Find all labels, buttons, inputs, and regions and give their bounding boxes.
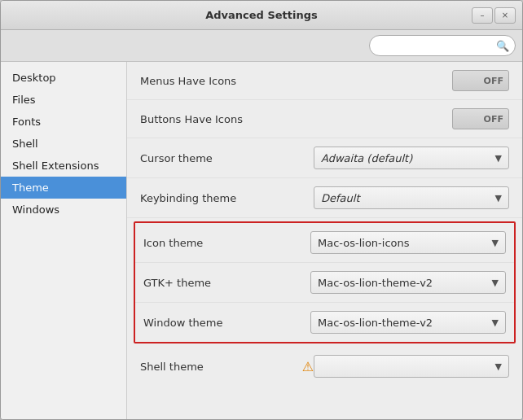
titlebar: Advanced Settings – × <box>1 1 522 30</box>
gtk-theme-row: GTK+ theme Mac-os-lion-theme-v2 ▼ <box>135 263 514 303</box>
search-wrap: 🔍 <box>369 35 516 56</box>
sidebar-item-theme[interactable]: Theme <box>1 177 126 199</box>
buttons-icons-row: Buttons Have Icons OFF <box>127 100 522 138</box>
search-input[interactable] <box>369 35 516 56</box>
keybinding-theme-label: Keybinding theme <box>140 192 314 204</box>
cursor-theme-arrow-icon: ▼ <box>495 153 502 164</box>
minimize-button[interactable]: – <box>472 7 493 24</box>
cursor-theme-label: Cursor theme <box>140 152 314 164</box>
sidebar-item-files[interactable]: Files <box>1 89 126 111</box>
icon-theme-label: Icon theme <box>143 237 310 249</box>
sidebar-item-shell-extensions[interactable]: Shell Extensions <box>1 155 126 177</box>
window-theme-value: Mac-os-lion-theme-v2 <box>318 317 489 329</box>
menus-icons-row: Menus Have Icons OFF <box>127 62 522 100</box>
sidebar: Desktop Files Fonts Shell Shell Extensio… <box>1 62 127 419</box>
buttons-icons-toggle-btn[interactable]: OFF <box>452 108 509 129</box>
cursor-theme-value: Adwaita (default) <box>321 152 492 164</box>
search-icon: 🔍 <box>496 40 509 52</box>
menus-icons-label: Menus Have Icons <box>140 75 452 87</box>
window-theme-arrow-icon: ▼ <box>492 317 499 328</box>
sidebar-item-desktop[interactable]: Desktop <box>1 67 126 89</box>
window-title: Advanced Settings <box>205 9 318 21</box>
keybinding-theme-row: Keybinding theme Default ▼ <box>127 178 522 218</box>
window-controls: – × <box>472 7 516 24</box>
window-theme-label: Window theme <box>143 317 310 329</box>
menus-icons-toggle[interactable]: OFF <box>452 70 509 91</box>
sidebar-item-fonts[interactable]: Fonts <box>1 111 126 133</box>
sidebar-item-shell[interactable]: Shell <box>1 133 126 155</box>
window-theme-row: Window theme Mac-os-lion-theme-v2 ▼ <box>135 303 514 342</box>
gtk-theme-dropdown[interactable]: Mac-os-lion-theme-v2 ▼ <box>310 271 506 294</box>
gtk-theme-arrow-icon: ▼ <box>492 278 499 288</box>
keybinding-theme-value: Default <box>321 192 492 204</box>
keybinding-theme-arrow-icon: ▼ <box>495 193 502 203</box>
shell-theme-label: Shell theme <box>140 361 296 373</box>
gtk-theme-label: GTK+ theme <box>143 277 310 289</box>
icon-theme-arrow-icon: ▼ <box>492 238 499 248</box>
shell-theme-row: Shell theme ⚠ ▼ <box>127 347 522 386</box>
keybinding-theme-dropdown[interactable]: Default ▼ <box>314 186 509 209</box>
content-area: Desktop Files Fonts Shell Shell Extensio… <box>1 62 522 419</box>
warning-icon: ⚠ <box>302 359 314 374</box>
gtk-theme-value: Mac-os-lion-theme-v2 <box>318 277 489 289</box>
sidebar-item-windows[interactable]: Windows <box>1 199 126 221</box>
buttons-icons-label: Buttons Have Icons <box>140 113 452 125</box>
highlighted-section: Icon theme Mac-os-lion-icons ▼ GTK+ them… <box>134 221 516 343</box>
main-content: Menus Have Icons OFF Buttons Have Icons … <box>127 62 522 419</box>
shell-theme-dropdown[interactable]: ▼ <box>314 355 509 378</box>
window-theme-dropdown[interactable]: Mac-os-lion-theme-v2 ▼ <box>310 311 506 334</box>
searchbar: 🔍 <box>1 30 522 62</box>
buttons-icons-toggle[interactable]: OFF <box>452 108 509 129</box>
cursor-theme-dropdown[interactable]: Adwaita (default) ▼ <box>314 147 509 169</box>
close-button[interactable]: × <box>494 7 516 24</box>
main-window: Advanced Settings – × 🔍 Desktop Files Fo… <box>0 0 523 420</box>
icon-theme-value: Mac-os-lion-icons <box>318 237 489 249</box>
cursor-theme-row: Cursor theme Adwaita (default) ▼ <box>127 138 522 178</box>
shell-theme-arrow-icon: ▼ <box>495 361 502 372</box>
menus-icons-toggle-btn[interactable]: OFF <box>452 70 509 91</box>
icon-theme-row: Icon theme Mac-os-lion-icons ▼ <box>135 223 514 263</box>
icon-theme-dropdown[interactable]: Mac-os-lion-icons ▼ <box>310 231 506 254</box>
